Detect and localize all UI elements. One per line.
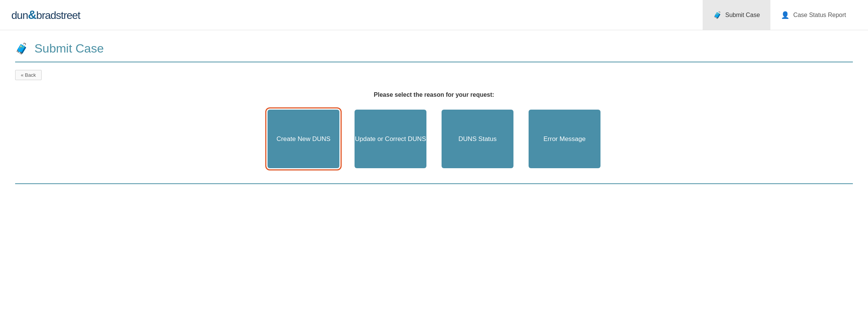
logo-brand: bradstreet xyxy=(36,9,80,21)
title-divider xyxy=(15,62,853,62)
reason-button-create-new-duns-label: Create New DUNS xyxy=(277,135,331,144)
logo-ampersand: & xyxy=(28,8,36,22)
submit-case-tab-icon: 🧳 xyxy=(713,11,722,19)
reason-buttons: Create New DUNS Update or Correct DUNS D… xyxy=(15,110,853,168)
reason-button-update-or-correct-duns[interactable]: Update or Correct DUNS xyxy=(355,110,426,168)
reason-button-update-or-correct-duns-label: Update or Correct DUNS xyxy=(355,135,426,144)
back-button[interactable]: « Back xyxy=(15,70,42,80)
reason-label: Please select the reason for your reques… xyxy=(15,91,853,98)
reason-section: Please select the reason for your reques… xyxy=(15,91,853,168)
tab-case-status-report[interactable]: 👤 Case Status Report xyxy=(770,0,857,30)
bottom-divider xyxy=(15,183,853,184)
page-title: Submit Case xyxy=(34,42,104,56)
reason-button-error-message-label: Error Message xyxy=(543,135,585,144)
nav-tabs: 🧳 Submit Case 👤 Case Status Report xyxy=(703,0,857,30)
case-status-report-tab-label: Case Status Report xyxy=(793,12,846,19)
page-title-section: 🧳 Submit Case xyxy=(15,42,853,56)
logo-text: dun xyxy=(11,9,28,21)
logo: dun&bradstreet xyxy=(11,8,80,22)
header: dun&bradstreet 🧳 Submit Case 👤 Case Stat… xyxy=(0,0,868,30)
submit-case-tab-label: Submit Case xyxy=(725,12,760,19)
reason-button-create-new-duns[interactable]: Create New DUNS xyxy=(268,110,339,168)
reason-button-duns-status[interactable]: DUNS Status xyxy=(442,110,513,168)
tab-submit-case[interactable]: 🧳 Submit Case xyxy=(703,0,771,30)
page-content: 🧳 Submit Case « Back Please select the r… xyxy=(0,30,868,195)
reason-button-duns-status-label: DUNS Status xyxy=(458,135,496,144)
page-title-icon: 🧳 xyxy=(15,42,28,55)
reason-button-error-message[interactable]: Error Message xyxy=(529,110,600,168)
case-status-report-tab-icon: 👤 xyxy=(781,11,789,19)
